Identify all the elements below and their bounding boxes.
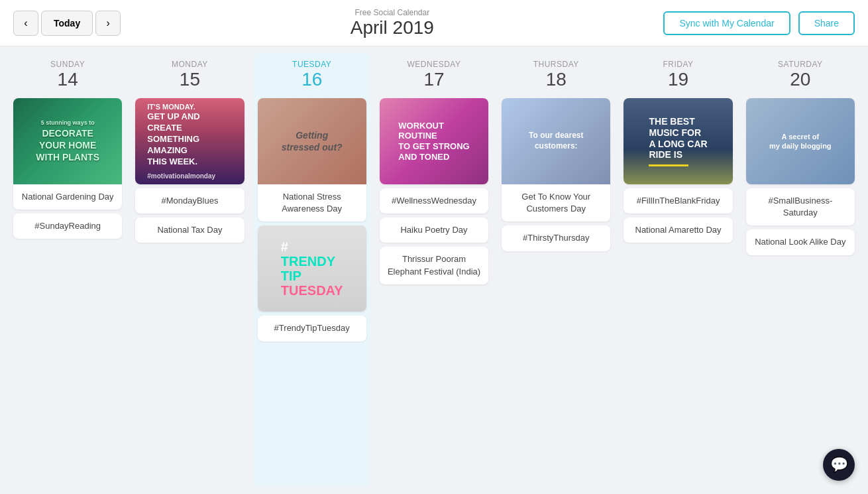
day-num-thursday: 18 (502, 69, 610, 90)
day-num-saturday: 20 (746, 69, 855, 90)
day-col-sunday: Sunday 14 5 stunning ways toDECORATEYOUR… (9, 53, 126, 487)
card-monday-blues[interactable]: #MondayBlues (135, 188, 244, 214)
card-wellness-wednesday[interactable]: #WellnessWednesday (380, 188, 488, 214)
card-customers-img: To our dearestcustomers: (502, 98, 610, 184)
day-header-thursday: Thursday 18 (498, 53, 614, 95)
card-stress-text: National Stress Awareness Day (258, 184, 366, 221)
card-gardening-text: National Gardening Day (13, 184, 122, 210)
card-national-tax-day[interactable]: National Tax Day (135, 217, 244, 243)
day-name-sunday: Sunday (13, 60, 122, 69)
header-center: Free Social Calendar April 2019 (351, 8, 434, 38)
card-music-img: THE BESTMUSIC FORA LONG CARRIDE IS (624, 98, 732, 184)
next-button[interactable]: › (95, 11, 121, 36)
day-name-thursday: Thursday (502, 60, 610, 69)
card-customers-text: Get To Know Your Customers Day (502, 184, 610, 221)
calendar-subtitle: Free Social Calendar (351, 8, 434, 17)
day-num-sunday: 14 (13, 69, 122, 90)
day-num-wednesday: 17 (380, 69, 488, 90)
card-national-amaretto[interactable]: National Amaretto Day (624, 217, 732, 243)
share-button[interactable]: Share (798, 11, 855, 35)
day-header-saturday: Saturday 20 (742, 53, 859, 95)
card-national-look-alike[interactable]: National Look Alike Day (746, 229, 855, 255)
card-fill-in-blank-friday[interactable]: #FillInTheBlankFriday (624, 188, 732, 214)
day-col-wednesday: Wednesday 17 WORKOUTROUTINETO GET STRONG… (376, 53, 492, 487)
card-trendy-tip-img: # TRENDY TIP TUESDAY (258, 225, 366, 312)
chat-icon: 💬 (830, 456, 848, 473)
card-gardening-img: 5 stunning ways toDECORATEYOUR HOMEWITH … (13, 98, 122, 184)
day-num-monday: 15 (135, 69, 244, 90)
day-name-wednesday: Wednesday (380, 60, 488, 69)
day-num-friday: 19 (624, 69, 732, 90)
day-col-saturday: Saturday 20 A secret ofmy daily blogging… (742, 53, 859, 487)
day-col-thursday: Thursday 18 To our dearestcustomers: Get… (498, 53, 614, 487)
day-num-tuesday: 16 (258, 69, 366, 90)
day-header-monday: Monday 15 (131, 53, 248, 95)
day-header-sunday: Sunday 14 (9, 53, 126, 95)
header-actions: Sync with My Calendar Share (663, 11, 855, 35)
card-trendy-tip[interactable]: # TRENDY TIP TUESDAY (258, 225, 366, 312)
day-name-friday: Friday (624, 60, 732, 69)
card-small-business-saturday[interactable]: #SmallBusiness-Saturday (746, 188, 855, 225)
day-cards-sunday: 5 stunning ways toDECORATEYOUR HOMEWITH … (9, 95, 126, 243)
header: ‹ Today › Free Social Calendar April 201… (0, 0, 868, 46)
chat-bubble[interactable]: 💬 (823, 449, 855, 481)
prev-button[interactable]: ‹ (13, 11, 38, 36)
day-name-monday: Monday (135, 60, 244, 69)
day-cards-friday: THE BESTMUSIC FORA LONG CARRIDE IS #Fill… (620, 95, 736, 247)
card-workout-img: WORKOUTROUTINETO GET STRONGAND TONED (380, 98, 488, 184)
card-motivational-monday[interactable]: IT'S MONDAY. GET UP AND CREATESOMETHING … (135, 98, 244, 184)
day-col-tuesday: Tuesday 16 Gettingstressed out? National… (254, 53, 370, 487)
nav-controls: ‹ Today › (13, 11, 121, 36)
card-workout[interactable]: WORKOUTROUTINETO GET STRONGAND TONED (380, 98, 488, 184)
day-cards-wednesday: WORKOUTROUTINETO GET STRONGAND TONED #We… (376, 95, 492, 288)
day-header-wednesday: Wednesday 17 (376, 53, 492, 95)
card-motivational-monday-img: IT'S MONDAY. GET UP AND CREATESOMETHING … (135, 98, 244, 184)
card-blogging-img: A secret ofmy daily blogging (746, 98, 855, 184)
card-customers[interactable]: To our dearestcustomers: Get To Know You… (502, 98, 610, 221)
day-cards-thursday: To our dearestcustomers: Get To Know You… (498, 95, 614, 255)
day-header-friday: Friday 19 (620, 53, 736, 95)
card-music[interactable]: THE BESTMUSIC FORA LONG CARRIDE IS (624, 98, 732, 184)
card-thrissur-pooram[interactable]: Thrissur Pooram Elephant Festival (India… (380, 247, 488, 284)
day-name-saturday: Saturday (746, 60, 855, 69)
day-col-monday: Monday 15 IT'S MONDAY. GET UP AND CREATE… (131, 53, 248, 487)
card-blogging[interactable]: A secret ofmy daily blogging (746, 98, 855, 184)
day-cards-tuesday: Gettingstressed out? National Stress Awa… (254, 95, 370, 345)
card-sunday-reading[interactable]: #SundayReading (13, 214, 122, 239)
calendar-grid: Sunday 14 5 stunning ways toDECORATEYOUR… (0, 46, 868, 494)
day-header-tuesday: Tuesday 16 (254, 53, 370, 95)
day-name-tuesday: Tuesday (258, 60, 366, 69)
calendar-title: April 2019 (351, 17, 434, 38)
day-col-friday: Friday 19 THE BESTMUSIC FORA LONG CARRID… (620, 53, 736, 487)
sync-button[interactable]: Sync with My Calendar (663, 11, 790, 35)
day-cards-saturday: A secret ofmy daily blogging #SmallBusin… (742, 95, 859, 259)
today-button[interactable]: Today (41, 11, 93, 36)
card-haiku-poetry[interactable]: Haiku Poetry Day (380, 217, 488, 243)
card-trendy-tip-tuesday[interactable]: #TrendyTipTuesday (258, 316, 366, 341)
day-cards-monday: IT'S MONDAY. GET UP AND CREATESOMETHING … (131, 95, 248, 247)
card-stress-img: Gettingstressed out? (258, 98, 366, 184)
card-stress[interactable]: Gettingstressed out? National Stress Awa… (258, 98, 366, 221)
card-thirsty-thursday[interactable]: #ThirstyThursday (502, 225, 610, 251)
card-gardening[interactable]: 5 stunning ways toDECORATEYOUR HOMEWITH … (13, 98, 122, 210)
